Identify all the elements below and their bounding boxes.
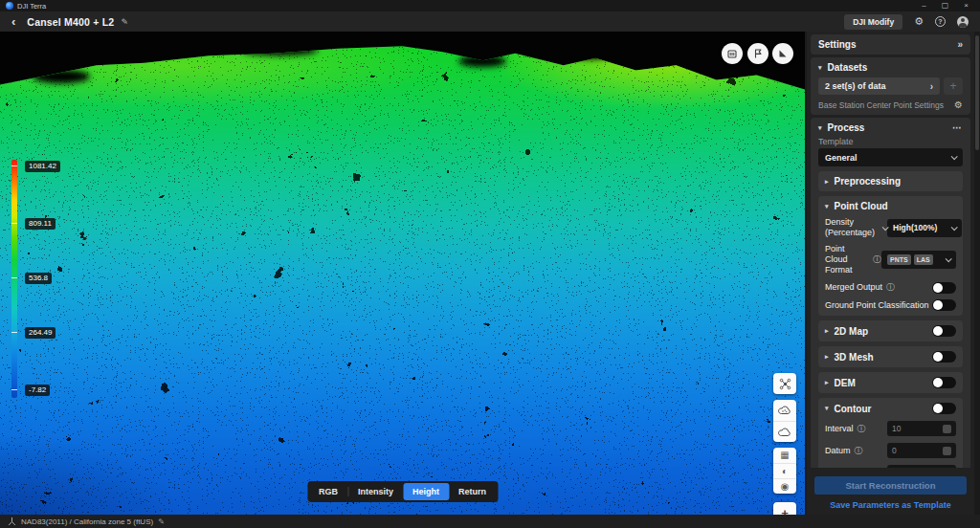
mode-height-button[interactable]: Height <box>403 483 449 500</box>
help-icon[interactable]: ? <box>935 16 946 27</box>
merged-output-toggle[interactable] <box>932 282 956 294</box>
interval-info-icon[interactable]: ⓘ <box>858 423 866 435</box>
process-section-label: Process <box>828 122 865 133</box>
density-dropdown[interactable]: High(100%) <box>887 219 962 237</box>
format-label-line1: Point Cloud <box>825 244 869 265</box>
mode-rgb-button[interactable]: RGB <box>309 483 347 500</box>
minimize-button[interactable]: – <box>922 0 925 11</box>
os-titlebar: DJI Terra – ▢ × <box>0 0 980 11</box>
settings-panel-scroll-area: Settings » ▾ Datasets 2 set(s) of data ›… <box>807 32 974 468</box>
ruler-triangle-icon <box>777 48 789 59</box>
annotation-tools-button[interactable] <box>722 43 743 64</box>
datum-input[interactable]: 0 <box>887 443 956 458</box>
format-tag-pnts: PNTS <box>887 254 911 265</box>
point-cloud-layer-button[interactable] <box>773 400 796 421</box>
zoom-toolbar-group: + − <box>773 502 796 515</box>
map-2d-toggle[interactable] <box>932 325 956 337</box>
save-parameters-link[interactable]: Save Parameters as Template <box>814 500 967 510</box>
interval-unit-icon[interactable] <box>943 425 951 433</box>
base-station-gear-icon[interactable]: ⚙ <box>954 99 963 110</box>
mode-intensity-button[interactable]: Intensity <box>348 483 403 500</box>
measure-button[interactable] <box>772 43 793 64</box>
start-reconstruction-button[interactable]: Start Reconstruction <box>814 476 967 495</box>
datasets-section-header[interactable]: ▾ Datasets <box>818 62 963 73</box>
settings-header-card: Settings » <box>811 34 970 55</box>
elevation-input[interactable] <box>887 465 956 468</box>
cloud-layer-button[interactable] <box>773 421 796 442</box>
display-toolbar-group: ▦ ◐ ◉ <box>773 448 796 494</box>
chevron-right-icon: ▸ <box>825 353 829 361</box>
format-dropdown[interactable]: PNTS LAS <box>881 251 956 269</box>
merged-output-label: Merged Output <box>825 282 882 293</box>
preprocessing-label: Preprocessing <box>835 176 901 187</box>
panel-scrollbar-thumb[interactable] <box>975 35 979 150</box>
ground-point-label: Ground Point Classification <box>825 300 929 311</box>
contour-toggle[interactable] <box>932 403 956 414</box>
mesh-3d-section: ▸ 3D Mesh <box>818 346 963 367</box>
ground-point-toggle[interactable] <box>932 299 956 311</box>
height-scale-label: 809.11 <box>25 218 56 230</box>
datum-value: 0 <box>892 446 897 455</box>
toggle-knob <box>933 326 943 336</box>
chevron-down-icon <box>951 153 958 160</box>
density-label-line1: Density <box>825 217 875 228</box>
base-station-settings-label[interactable]: Base Station Center Point Settings <box>818 100 944 110</box>
height-scale-label: 1081.42 <box>25 161 60 172</box>
close-button[interactable]: × <box>964 0 969 11</box>
mesh-3d-toggle[interactable] <box>932 351 956 363</box>
datum-unit-icon[interactable] <box>943 447 951 455</box>
format-tag-las: LAS <box>914 254 933 265</box>
contour-header[interactable]: ▾ Contour <box>825 403 956 414</box>
format-info-icon[interactable]: ⓘ <box>873 253 881 266</box>
texture-sphere-button[interactable]: ◉ <box>773 478 796 494</box>
sphere-dot-icon: ◉ <box>781 482 790 492</box>
point-cloud-speckle <box>0 32 805 515</box>
shading-sphere-button[interactable]: ◐ <box>773 463 796 478</box>
interval-label: Interval <box>825 424 854 434</box>
drone-icon <box>779 378 791 390</box>
dataset-count-button[interactable]: 2 set(s) of data › <box>818 77 940 95</box>
point-cloud-viewport[interactable]: 1081.42 809.11 536.8 264.49 -7.82 <box>0 32 805 515</box>
process-more-icon[interactable]: ⋯ <box>952 122 963 133</box>
contour-label: Contour <box>835 404 872 414</box>
contour-section: ▾ Contour Interval ⓘ 10 Datum <box>818 398 963 468</box>
point-cloud-icon <box>778 405 791 416</box>
user-avatar[interactable] <box>957 16 969 28</box>
drone-view-button[interactable] <box>773 373 796 394</box>
mesh-3d-label: 3D Mesh <box>835 352 874 363</box>
point-cloud-section: ▾ Point Cloud Density (Percentage) High(… <box>818 196 963 316</box>
scale-tick <box>11 332 17 333</box>
edit-crs-icon[interactable]: ✎ <box>158 517 165 526</box>
back-button[interactable]: ‹ <box>11 13 15 31</box>
scale-tick <box>11 389 17 390</box>
interval-input[interactable]: 10 <box>887 421 956 436</box>
panel-scrollbar[interactable] <box>974 32 980 515</box>
settings-gear-icon[interactable]: ⚙ <box>914 15 924 28</box>
toggle-knob <box>933 300 943 310</box>
cloud-toolbar-group <box>773 400 796 442</box>
mesh-3d-header[interactable]: ▸ 3D Mesh <box>825 351 956 363</box>
status-bar: NAD83(2011) / California zone 5 (ftUS) ✎ <box>0 515 980 528</box>
zoom-in-button[interactable]: + <box>773 502 796 515</box>
edit-project-name-icon[interactable]: ✎ <box>121 17 128 27</box>
map-2d-header[interactable]: ▸ 2D Map <box>825 325 956 337</box>
merged-output-info-icon[interactable]: ⓘ <box>886 281 895 294</box>
preprocessing-header[interactable]: ▸ Preprocessing <box>825 176 956 187</box>
template-value: General <box>825 153 858 163</box>
maximize-button[interactable]: ▢ <box>942 0 949 11</box>
dem-header[interactable]: ▸ DEM <box>825 377 956 388</box>
lod-grid-button[interactable]: ▦ <box>773 448 796 463</box>
window-controls: – ▢ × <box>922 0 974 11</box>
mode-return-button[interactable]: Return <box>449 483 496 500</box>
process-section-header[interactable]: ▾ Process ⋯ <box>818 122 963 133</box>
chevron-down-icon <box>951 224 958 231</box>
template-dropdown[interactable]: General <box>818 148 963 166</box>
sphere-shaded-icon: ◐ <box>782 467 788 476</box>
datum-info-icon[interactable]: ⓘ <box>855 445 863 457</box>
collapse-panel-icon[interactable]: » <box>957 39 963 50</box>
waypoint-flag-button[interactable] <box>747 43 768 64</box>
dji-modify-button[interactable]: DJI Modify <box>844 14 902 30</box>
dem-toggle[interactable] <box>932 377 956 388</box>
point-cloud-header[interactable]: ▾ Point Cloud <box>825 201 956 211</box>
add-dataset-button[interactable]: + <box>944 77 963 95</box>
